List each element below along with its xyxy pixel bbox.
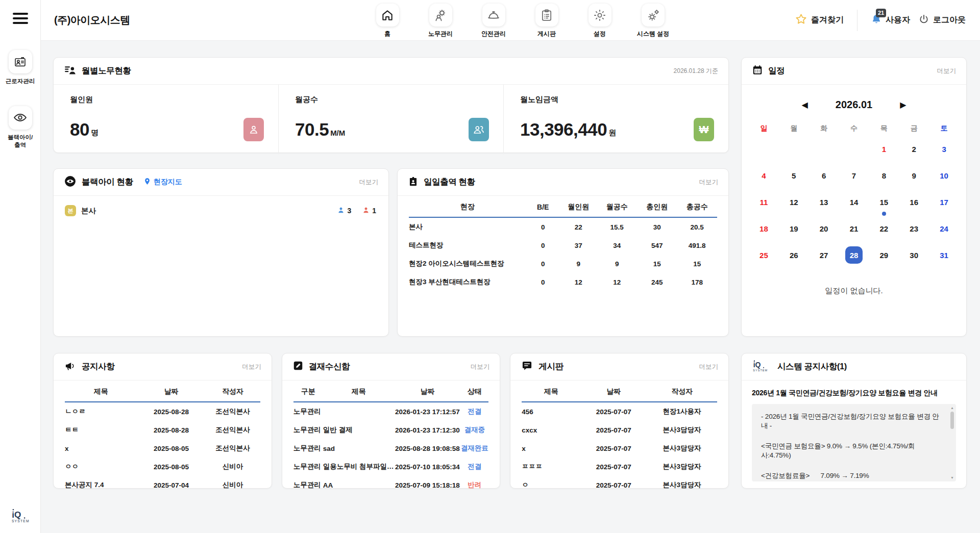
calendar-day-28[interactable]: 28 [839, 246, 869, 273]
notice-scrollbar[interactable]: ▲ ▼ [949, 405, 955, 480]
scroll-down-icon[interactable]: ▼ [950, 475, 954, 480]
nav-item-settings[interactable]: 설정 [584, 4, 616, 38]
calendar-day-23[interactable]: 23 [899, 220, 929, 246]
calendar-month: 2026.01 [836, 99, 872, 111]
board-more-link[interactable]: 더보기 [699, 363, 719, 371]
calendar-day-15[interactable]: 15 [869, 193, 899, 220]
site-map-link[interactable]: 현장지도 [143, 176, 182, 188]
table-row[interactable]: ㅌㅌ2025-08-28조선익본사 [65, 421, 260, 439]
calendar-day-2[interactable]: 2 [899, 140, 929, 167]
table-row[interactable]: ㅇ2025-07-07본사3담당자 [522, 476, 717, 494]
calendar-day-31[interactable]: 31 [929, 246, 959, 273]
table-row[interactable]: 노무관리AA2025-07-09 15:18:18반려 [293, 476, 489, 494]
table-row[interactable]: 본사02215.53020.5 [409, 217, 717, 236]
nav-item-labor-management[interactable]: 노무관리 [425, 4, 456, 38]
calendar-day-21[interactable]: 21 [839, 220, 869, 246]
calendar-day-26[interactable]: 26 [779, 246, 809, 273]
calendar-day-20[interactable]: 20 [809, 220, 839, 246]
calendar-day-11[interactable]: 11 [749, 193, 779, 220]
calendar-day-22[interactable]: 22 [869, 220, 899, 246]
logout-button[interactable]: 로그아웃 [918, 14, 966, 27]
calendar-day-10[interactable]: 10 [929, 167, 959, 193]
attendance-more-link[interactable]: 더보기 [699, 178, 719, 187]
calendar-day-12[interactable]: 12 [779, 193, 809, 220]
nav-item-home[interactable]: 홈 [372, 4, 403, 38]
approvals-more-link[interactable]: 더보기 [471, 363, 490, 371]
scroll-up-icon[interactable]: ▲ [950, 405, 954, 411]
nav-item-label: 노무관리 [428, 30, 453, 38]
table-row[interactable]: 4562025-07-07현장1사용자 [522, 402, 717, 421]
user-notifications-button[interactable]: 21 사용자 [871, 13, 910, 27]
calendar-day-4[interactable]: 4 [749, 167, 779, 193]
schedule-more-link[interactable]: 더보기 [937, 67, 957, 75]
calendar-day-29[interactable]: 29 [869, 246, 899, 273]
table-cell: 노무관리 [293, 476, 323, 494]
blackeye-title: 블랙아이 현황 [82, 176, 133, 188]
column-header: 월인원 [560, 196, 597, 217]
table-row[interactable]: 노무관리일반 결제2026-01-23 17:12:30결재중 [293, 421, 489, 439]
nav-item-system-settings[interactable]: 시스템 설정 [637, 4, 669, 38]
table-row[interactable]: 노무관리일용노무비 첨부파일테스트2025-07-10 18:05:34전결 [293, 458, 489, 476]
table-row[interactable]: ㅇㅇ2025-08-05신비아 [65, 458, 260, 476]
inactive-count: 1 [362, 207, 376, 215]
calendar-day-8[interactable]: 8 [869, 167, 899, 193]
table-row[interactable]: 노무관리sad2025-08-28 19:08:58결재완료 [293, 439, 489, 458]
stat-label: 월인원 [70, 95, 264, 105]
sidebar-item-blackeye-attendance[interactable]: 블랙아이/ 출역 [1, 106, 40, 149]
calendar-day-18[interactable]: 18 [749, 220, 779, 246]
table-row[interactable]: ㄴㅇㄹ2025-08-28조선익본사 [65, 402, 260, 421]
calendar-day-16[interactable]: 16 [899, 193, 929, 220]
table-cell: 2025-07-04 [137, 476, 206, 494]
calendar-day-30[interactable]: 30 [899, 246, 929, 273]
calendar-day-27[interactable]: 27 [809, 246, 839, 273]
calendar-day-17[interactable]: 17 [929, 193, 959, 220]
scroll-thumb[interactable] [950, 412, 954, 429]
calendar-day-3[interactable]: 3 [929, 140, 959, 167]
next-month-button[interactable]: ▶ [900, 100, 906, 110]
calendar-day-25[interactable]: 25 [749, 246, 779, 273]
stat-월인원: 월인원80명 [54, 85, 278, 153]
blackeye-site-row[interactable]: 본본사31 [54, 196, 388, 216]
table-row[interactable]: 노무관리2026-01-23 17:12:57전결 [293, 402, 489, 421]
calendar-day-13[interactable]: 13 [809, 193, 839, 220]
table-row[interactable]: cxcx2025-07-07본사3담당자 [522, 421, 717, 439]
calendar-day-5[interactable]: 5 [779, 167, 809, 193]
calendar-day-9[interactable]: 9 [899, 167, 929, 193]
eye-icon [9, 106, 32, 130]
calendar-day-empty [809, 140, 839, 167]
sidebar-item-worker-management[interactable]: 근로자관리 [1, 50, 40, 86]
calendar-day-24[interactable]: 24 [929, 220, 959, 246]
blackeye-more-link[interactable]: 더보기 [359, 178, 379, 187]
attendance-table-wrap: 현장B/E월인원월공수총인원총공수본사02215.53020.5테스트현장037… [398, 196, 728, 291]
notices-more-link[interactable]: 더보기 [242, 363, 261, 371]
notices-table-wrap: 제목날짜작성자ㄴㅇㄹ2025-08-28조선익본사ㅌㅌ2025-08-28조선익… [54, 380, 272, 494]
table-row[interactable]: 현장3 부산현대테스트현장01212245178 [409, 273, 717, 291]
stat-unit: M/M [330, 129, 345, 137]
day-number: 14 [845, 193, 863, 211]
calendar-day-6[interactable]: 6 [809, 167, 839, 193]
iq-system-logo: iQSYSTEM [10, 506, 31, 527]
table-row[interactable]: x2025-08-05조선익본사 [65, 439, 260, 458]
table-cell: 0 [526, 273, 560, 291]
day-number: 8 [875, 167, 893, 184]
table-row[interactable]: 현장2 아이오시스템테스트현장0991515 [409, 255, 717, 273]
table-cell: ㅍㅍㅍ [522, 458, 580, 476]
menu-hamburger-button[interactable] [13, 10, 28, 27]
calendar-dow-header: 목 [869, 120, 899, 140]
bell-icon: 21 [871, 13, 882, 27]
favorites-button[interactable]: 즐겨찾기 [795, 13, 844, 28]
table-cell: 2026-01-23 17:12:57 [395, 402, 460, 421]
calendar-day-19[interactable]: 19 [779, 220, 809, 246]
calendar-day-1[interactable]: 1 [869, 140, 899, 167]
calendar-day-14[interactable]: 14 [839, 193, 869, 220]
table-row[interactable]: 본사공지 7.42025-07-04신비아 [65, 476, 260, 494]
table-row[interactable]: 테스트현장03734547491.8 [409, 236, 717, 255]
prev-month-button[interactable]: ◀ [802, 100, 808, 110]
nav-item-board[interactable]: 게시판 [531, 4, 562, 38]
table-cell: 노무관리 [293, 439, 323, 458]
table-row[interactable]: x2025-07-07본사3담당자 [522, 439, 717, 458]
table-row[interactable]: ㅍㅍㅍ2025-07-07본사3담당자 [522, 458, 717, 476]
calendar-day-7[interactable]: 7 [839, 167, 869, 193]
nav-item-safety-management[interactable]: 안전관리 [478, 4, 509, 38]
table-cell: 12 [560, 273, 597, 291]
